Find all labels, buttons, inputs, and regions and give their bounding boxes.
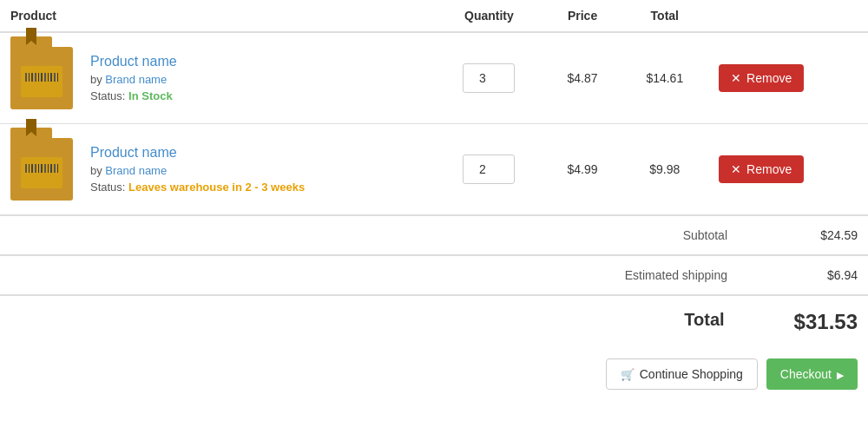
quantity-input[interactable] <box>463 63 515 93</box>
product-brand: by Brand name <box>90 73 424 86</box>
remove-label: Remove <box>746 71 792 85</box>
barcode-icon <box>25 73 58 82</box>
price-cell: $4.87 <box>544 32 621 124</box>
quantity-input[interactable] <box>463 155 515 184</box>
col-header-price: Price <box>544 0 621 32</box>
product-name-link[interactable]: Product name <box>90 145 424 161</box>
col-header-actions <box>708 0 868 32</box>
total-cell: $14.61 <box>621 32 709 124</box>
total-row: Total $31.53 <box>0 296 868 348</box>
quantity-cell <box>434 124 543 215</box>
product-name-link[interactable]: Product name <box>90 54 424 69</box>
total-cell: $9.98 <box>621 124 709 215</box>
x-icon <box>731 162 741 176</box>
continue-shopping-label: Continue Shopping <box>640 367 743 381</box>
col-header-product: Product <box>0 0 434 32</box>
checkout-label: Checkout <box>780 367 832 381</box>
product-image-cell <box>0 32 80 124</box>
continue-shopping-button[interactable]: Continue Shopping <box>606 358 758 390</box>
box-bookmark-icon <box>26 28 36 45</box>
checkout-button[interactable]: Checkout <box>766 358 858 390</box>
action-buttons: Continue Shopping Checkout <box>0 348 868 400</box>
shipping-value: $6.94 <box>797 268 858 282</box>
brand-link[interactable]: Brand name <box>105 164 167 177</box>
col-header-total: Total <box>621 0 709 32</box>
col-header-quantity: Quantity <box>434 0 543 32</box>
subtotal-label: Subtotal <box>683 228 727 242</box>
product-info: Product name by Brand name Status: In St… <box>90 54 424 102</box>
product-status: Status: Leaves warehouse in 2 - 3 weeks <box>90 181 424 194</box>
box-body <box>21 66 62 97</box>
x-icon <box>731 71 741 85</box>
product-brand: by Brand name <box>90 164 424 177</box>
table-row: Product name by Brand name Status: In St… <box>0 32 868 124</box>
subtotal-value: $24.59 <box>797 228 858 242</box>
product-image <box>10 138 73 201</box>
box-body <box>21 157 62 188</box>
subtotal-row: Subtotal $24.59 <box>0 216 868 255</box>
box-flap <box>10 128 52 140</box>
product-info-cell: Product name by Brand name Status: In St… <box>80 32 434 124</box>
brand-link[interactable]: Brand name <box>105 73 167 86</box>
cart-table: Product Quantity Price Total Prod <box>0 0 868 215</box>
remove-button[interactable]: Remove <box>719 155 804 183</box>
remove-button[interactable]: Remove <box>719 64 804 92</box>
status-badge: Leaves warehouse in 2 - 3 weeks <box>128 181 305 194</box>
price-cell: $4.99 <box>544 124 621 215</box>
box-flap <box>10 36 52 49</box>
table-row: Product name by Brand name Status: Leave… <box>0 124 868 215</box>
box-bookmark-icon <box>26 119 36 136</box>
product-info: Product name by Brand name Status: Leave… <box>90 145 424 194</box>
total-label: Total <box>684 310 724 334</box>
remove-label: Remove <box>746 162 792 176</box>
remove-cell: Remove <box>708 124 868 215</box>
product-info-cell: Product name by Brand name Status: Leave… <box>80 124 434 215</box>
arrow-icon <box>837 367 844 381</box>
total-value: $31.53 <box>794 310 858 334</box>
status-badge: In Stock <box>128 89 173 102</box>
barcode-icon <box>25 164 58 173</box>
product-image <box>10 47 73 109</box>
product-status: Status: In Stock <box>90 89 424 102</box>
product-image-cell <box>0 124 80 215</box>
shipping-label: Estimated shipping <box>625 268 727 282</box>
quantity-cell <box>434 32 543 124</box>
cart-icon <box>621 367 635 381</box>
shipping-row: Estimated shipping $6.94 <box>0 256 868 295</box>
remove-cell: Remove <box>708 32 868 124</box>
